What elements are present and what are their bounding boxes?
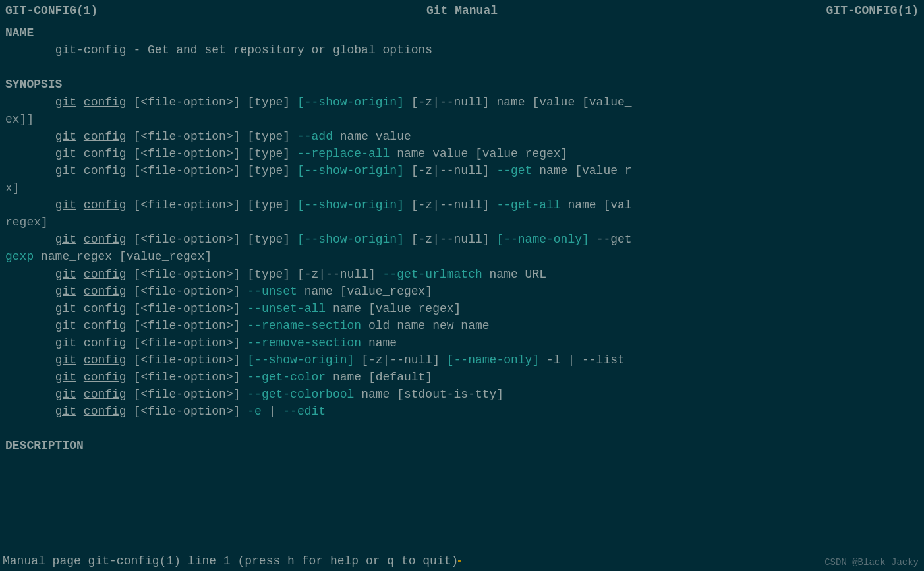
- content: NAME git-config - Get and set repository…: [0, 22, 924, 454]
- synopsis-line-2: git config [<file-option>] [type] --add …: [5, 128, 919, 145]
- synopsis-line-10: git config [<file-option>] --rename-sect…: [5, 317, 919, 334]
- synopsis-line-12: git config [<file-option>] [--show-origi…: [5, 351, 919, 369]
- synopsis-section-header: SYNOPSIS: [5, 76, 919, 93]
- synopsis-line-1b: ex]]: [5, 111, 919, 128]
- synopsis-line-4b: x]: [5, 179, 919, 196]
- blank-2: [5, 420, 919, 437]
- synopsis-line-5b: regex]: [5, 214, 919, 231]
- terminal: GIT-CONFIG(1) Git Manual GIT-CONFIG(1) N…: [0, 0, 924, 571]
- name-desc: git-config - Get and set repository or g…: [5, 42, 919, 59]
- synopsis-line-14: git config [<file-option>] --get-colorbo…: [5, 386, 919, 403]
- synopsis-line-13: git config [<file-option>] --get-color n…: [5, 369, 919, 386]
- synopsis-line-5: git config [<file-option>] [type] [--sho…: [5, 196, 919, 214]
- bottom-highlight: [458, 560, 461, 562]
- synopsis-line-6: git config [<file-option>] [type] [--sho…: [5, 231, 919, 248]
- synopsis-line-4: git config [<file-option>] [type] [--sho…: [5, 162, 919, 179]
- bottom-text: Manual page git-config(1) line 1 (press …: [0, 552, 458, 571]
- synopsis-line-8: git config [<file-option>] --unset name …: [5, 283, 919, 300]
- synopsis-line-6b: gexp name_regex [value_regex]: [5, 248, 919, 265]
- bottom-bar: Manual page git-config(1) line 1 (press …: [0, 552, 924, 571]
- header-center: Git Manual: [426, 3, 498, 19]
- blank-1: [5, 59, 919, 76]
- name-section-header: NAME: [5, 24, 919, 42]
- synopsis-line-3: git config [<file-option>] [type] --repl…: [5, 145, 919, 162]
- synopsis-line-11: git config [<file-option>] --remove-sect…: [5, 334, 919, 351]
- header-right: GIT-CONFIG(1): [826, 3, 919, 19]
- description-section-header: DESCRIPTION: [5, 437, 919, 454]
- synopsis-line-15: git config [<file-option>] -e | --edit: [5, 403, 919, 420]
- synopsis-line-7: git config [<file-option>] [type] [-z|--…: [5, 266, 919, 283]
- watermark: CSDN @Black Jacky: [824, 556, 919, 570]
- synopsis-line-9: git config [<file-option>] --unset-all n…: [5, 300, 919, 317]
- synopsis-line-1: git config [<file-option>] [type] [--sho…: [5, 94, 919, 111]
- header-left: GIT-CONFIG(1): [5, 3, 98, 19]
- header-line: GIT-CONFIG(1) Git Manual GIT-CONFIG(1): [0, 0, 924, 22]
